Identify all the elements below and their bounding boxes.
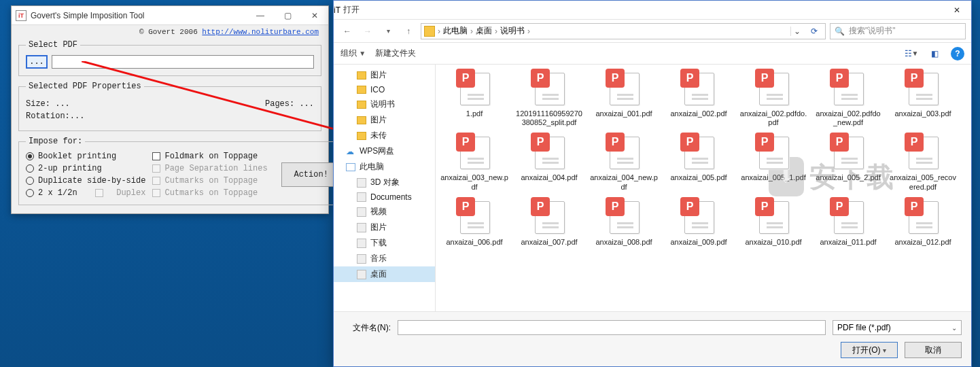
radio-icon xyxy=(26,164,34,173)
preview-pane-button[interactable]: ◧ xyxy=(928,47,941,60)
nav-back-button[interactable]: ← xyxy=(339,23,355,39)
file-item[interactable]: Panxaizai_005_2.pdf xyxy=(812,131,884,192)
tree-item[interactable]: 下载 xyxy=(334,235,435,251)
file-item[interactable]: Panxaizai_005.pdf xyxy=(663,131,735,192)
file-label: anxaizai_011.pdf xyxy=(820,238,876,256)
check-foldmark[interactable]: Foldmark on Toppage xyxy=(152,152,267,161)
cancel-button[interactable]: 取消 xyxy=(905,342,962,358)
breadcrumb[interactable]: › 此电脑 › 桌面 › 说明书 › ⌄ ⟳ xyxy=(421,23,826,39)
radio-label: Duplicate side-by-side xyxy=(38,176,145,186)
file-item[interactable]: Panxaizai_011.pdf xyxy=(812,196,884,257)
tree-item[interactable]: 说明书 xyxy=(334,97,435,112)
tree-item[interactable]: 图片 xyxy=(334,67,435,83)
view-options-button[interactable]: ☷ ▼ xyxy=(905,47,918,60)
tree-item[interactable]: ☁WPS网盘 xyxy=(334,143,435,159)
file-item[interactable]: Panxaizai_008.pdf xyxy=(588,196,660,257)
file-open-dialog: iT 打开 ✕ ← → ▾ ↑ › 此电脑 › 桌面 › 说明书 › ⌄ ⟳ 🔍… xyxy=(333,0,972,367)
new-folder-button[interactable]: 新建文件夹 xyxy=(375,48,416,59)
file-item[interactable]: Panxaizai_005_recovered.pdf xyxy=(887,131,959,192)
file-type-select[interactable]: PDF file (*.pdf) ⌄ xyxy=(833,320,962,335)
tool-title: Govert's Simple Imposition Tool xyxy=(31,11,247,20)
file-item[interactable]: Panxaizai_002.pdf xyxy=(663,67,735,128)
radio-duplicate[interactable]: Duplicate side-by-side xyxy=(26,176,145,186)
browse-button[interactable]: ... xyxy=(26,55,48,69)
pages-label: Pages: ... xyxy=(265,99,314,109)
tree-item[interactable]: Documents xyxy=(334,190,435,204)
search-input[interactable]: 🔍 搜索"说明书" xyxy=(830,23,966,39)
tree-item-label: 音乐 xyxy=(370,253,387,264)
dialog-close-button[interactable]: ✕ xyxy=(943,1,971,20)
file-list-pane[interactable]: ⬇ 安下载 P1.pdfP1201911160959270380852_spli… xyxy=(436,65,971,311)
nav-forward-button[interactable]: → xyxy=(360,23,376,39)
nav-up-button[interactable]: ↑ xyxy=(400,23,417,39)
copyright-link[interactable]: http://www.noliturbare.com xyxy=(202,28,319,36)
file-item[interactable]: Panxaizai_006.pdf xyxy=(438,196,510,257)
help-button[interactable]: ? xyxy=(951,47,964,60)
file-item[interactable]: Panxaizai_009.pdf xyxy=(663,196,735,257)
file-label: anxaizai_003.pdf xyxy=(894,109,951,127)
folder-icon xyxy=(357,101,366,109)
file-item[interactable]: Panxaizai_004_new.pdf xyxy=(588,131,660,192)
tree-item[interactable]: 3D 对象 xyxy=(334,175,435,190)
tree-item[interactable]: 图片 xyxy=(334,220,435,235)
radio-booklet[interactable]: Booklet printing xyxy=(26,152,145,161)
tree-item[interactable]: 桌面 xyxy=(334,266,435,282)
video-icon xyxy=(357,207,366,217)
nav-recent-button[interactable]: ▾ xyxy=(380,23,396,39)
tree-item[interactable]: ICO xyxy=(334,83,435,97)
music-icon xyxy=(357,254,366,264)
maximize-button[interactable]: ▢ xyxy=(274,6,301,25)
navigation-tree[interactable]: 图片ICO说明书图片未传☁WPS网盘此电脑3D 对象Documents视频图片下… xyxy=(334,65,436,311)
organize-menu[interactable]: 组织 ▼ xyxy=(340,48,366,59)
file-label: anxaizai_010.pdf xyxy=(745,238,801,256)
folder-icon xyxy=(424,26,435,37)
pdf-file-icon: P xyxy=(905,69,941,107)
breadcrumb-item[interactable]: 说明书 xyxy=(500,25,525,37)
file-label: anxaizai_002.pdfdo.pdf xyxy=(739,109,807,127)
radio-2x[interactable]: 2 x 1/2n Duplex xyxy=(26,188,145,198)
file-item[interactable]: Panxaizai_005_1.pdf xyxy=(737,131,809,192)
file-item[interactable]: Panxaizai_002.pdfdo.pdf xyxy=(737,67,809,128)
dialog-footer: 文件名(N): PDF file (*.pdf) ⌄ 打开(O) ▾ 取消 xyxy=(334,311,971,366)
radio-2up[interactable]: 2-up printing xyxy=(26,164,145,173)
file-item[interactable]: Panxaizai_010.pdf xyxy=(737,196,809,257)
pdf-file-icon: P xyxy=(830,197,867,235)
file-label: anxaizai_003_new.pdf xyxy=(440,173,508,191)
tree-item[interactable]: 未传 xyxy=(334,128,435,143)
open-button[interactable]: 打开(O) ▾ xyxy=(841,342,898,358)
pdf-file-icon: P xyxy=(531,133,567,171)
pdf-file-icon: P xyxy=(755,133,792,171)
tree-item[interactable]: 视频 xyxy=(334,204,435,220)
tree-item[interactable]: 图片 xyxy=(334,112,435,128)
tree-item[interactable]: 此电脑 xyxy=(334,159,435,175)
file-item[interactable]: P1201911160959270380852_split.pdf xyxy=(513,67,585,128)
breadcrumb-item[interactable]: 此电脑 xyxy=(443,25,468,37)
pdf-path-input[interactable] xyxy=(52,55,314,69)
radio-icon xyxy=(26,189,34,197)
file-item[interactable]: Panxaizai_007.pdf xyxy=(513,196,585,257)
file-item[interactable]: Panxaizai_004.pdf xyxy=(513,131,585,192)
filename-input[interactable] xyxy=(398,320,826,335)
refresh-button[interactable]: ⟳ xyxy=(806,23,822,39)
impose-fieldset: Impose for: Booklet printing 2-up printi… xyxy=(18,137,349,205)
dl-icon xyxy=(357,239,366,248)
pdf-file-icon: P xyxy=(531,69,567,107)
pdf-file-icon: P xyxy=(680,133,717,171)
minimize-button[interactable]: — xyxy=(247,6,274,25)
file-item[interactable]: Panxaizai_003_new.pdf xyxy=(438,131,510,192)
pc-icon xyxy=(346,163,355,171)
close-button[interactable]: ✕ xyxy=(301,6,328,25)
action-button[interactable]: Action! xyxy=(281,162,341,187)
file-item[interactable]: Panxaizai_002.pdfdo_new.pdf xyxy=(812,67,884,128)
tree-item[interactable]: 音乐 xyxy=(334,251,435,266)
file-item[interactable]: Panxaizai_001.pdf xyxy=(588,67,660,128)
file-item[interactable]: Panxaizai_003.pdf xyxy=(887,67,959,128)
breadcrumb-dropdown[interactable]: ⌄ xyxy=(790,27,803,36)
tree-item-label: 下载 xyxy=(370,237,387,249)
breadcrumb-item[interactable]: 桌面 xyxy=(476,25,492,37)
file-item[interactable]: Panxaizai_012.pdf xyxy=(887,196,959,257)
chevron-right-icon: › xyxy=(470,27,473,36)
pdf-file-icon: P xyxy=(830,133,867,171)
tree-item-label: WPS网盘 xyxy=(360,145,394,157)
file-item[interactable]: P1.pdf xyxy=(438,67,510,128)
